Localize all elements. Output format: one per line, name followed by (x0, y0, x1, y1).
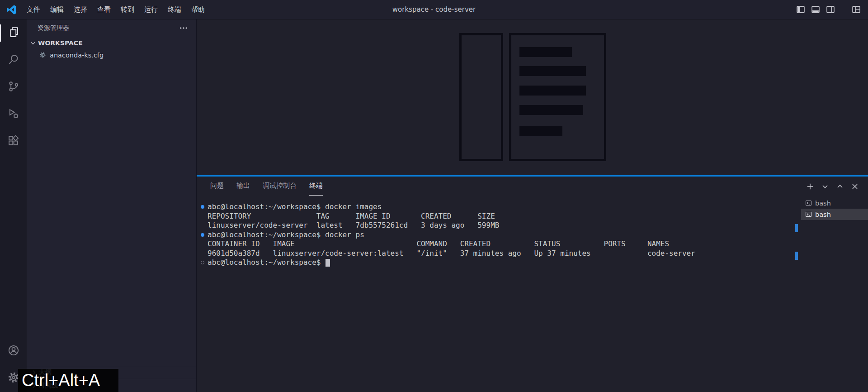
terminal-line: REPOSITORY TAG IMAGE ID CREATED SIZE (197, 212, 801, 221)
extensions-icon (7, 134, 20, 149)
files-icon (7, 26, 20, 40)
terminal-tab-label: bash (815, 200, 831, 207)
menu-item[interactable]: 查看 (92, 0, 116, 19)
terminal-icon (805, 200, 812, 206)
activity-bar-spacer (0, 155, 27, 338)
terminal-line: CONTAINER ID IMAGE COMMAND CREATED STATU… (197, 239, 801, 249)
watermark-bar (519, 47, 572, 57)
panel-body: abc@localhost:~/workspace$ docker images… (197, 196, 868, 392)
panel-tab[interactable]: 问题 (210, 177, 224, 196)
terminal-text: linuxserver/code-server latest 7db557526… (208, 221, 499, 230)
activity-bar (0, 19, 27, 392)
gear-icon (39, 52, 46, 58)
workbench-body: 资源管理器 WORKSPACE anaconda-ks.cfg 大纲时间线 (0, 19, 868, 392)
activity-bar-item-run-and-debug[interactable] (0, 101, 27, 128)
activity-bar-item-accounts[interactable] (0, 338, 27, 365)
workspace-section-header[interactable]: WORKSPACE (27, 37, 196, 49)
terminal-tab-bash[interactable]: bash (801, 209, 868, 220)
terminal-text: REPOSITORY TAG IMAGE ID CREATED SIZE (208, 212, 495, 221)
prompt-decoration-icon (201, 261, 204, 264)
explorer-title: 资源管理器 (38, 24, 69, 32)
new-terminal-icon[interactable] (806, 182, 814, 191)
command-decoration-icon (201, 205, 204, 209)
menu-item[interactable]: 帮助 (186, 0, 210, 19)
panel-actions (806, 182, 868, 191)
explorer-header: 资源管理器 (27, 19, 196, 37)
explorer-sidebar: 资源管理器 WORKSPACE anaconda-ks.cfg 大纲时间线 (27, 19, 197, 392)
chevron-down-icon (29, 39, 37, 47)
workspace-section-label: WORKSPACE (38, 39, 83, 47)
command-decoration-icon (201, 233, 204, 237)
terminal-line: linuxserver/code-server latest 7db557526… (197, 221, 801, 230)
menu-bar: 文件编辑选择查看转到运行终端帮助 (22, 0, 210, 19)
file-tree: anaconda-ks.cfg (27, 49, 196, 61)
maximize-panel-icon[interactable] (836, 182, 844, 191)
terminal-line: abc@localhost:~/workspace$ docker ps (197, 230, 801, 240)
activity-bar-item-source-control[interactable] (0, 74, 27, 101)
terminal-tab-label: bash (815, 211, 831, 218)
vscode-logo-icon (6, 4, 17, 15)
bottom-panel: 问题输出调试控制台终端 abc@localhost:~/workspace$ d… (197, 175, 868, 392)
hotkey-overlay: Ctrl+Alt+A (18, 369, 118, 392)
terminal-tab-bash[interactable]: bash (801, 197, 868, 209)
activity-bar-item-search[interactable] (0, 47, 27, 74)
panel-header: 问题输出调试控制台终端 (197, 177, 868, 196)
menu-item[interactable]: 文件 (22, 0, 45, 19)
customize-layout-icon[interactable] (852, 5, 861, 14)
terminal-text: abc@localhost:~/workspace$ (208, 258, 325, 268)
terminal-tabs-list: bashbash (801, 196, 868, 392)
toggle-sidebar-icon[interactable] (796, 5, 805, 14)
file-item-anaconda-ks.cfg[interactable]: anaconda-ks.cfg (27, 49, 196, 61)
terminal-text: abc@localhost:~/workspace$ docker images (208, 202, 382, 212)
watermark-bar (519, 126, 562, 136)
source-control-icon (7, 80, 20, 95)
terminal-line: abc@localhost:~/workspace$ docker images (197, 202, 801, 212)
terminal-text: 9601d50a387d linuxserver/code-server:lat… (208, 249, 695, 258)
menu-item[interactable]: 终端 (163, 0, 186, 19)
editor-and-panel: 问题输出调试控制台终端 abc@localhost:~/workspace$ d… (197, 19, 868, 392)
editor-watermark (459, 33, 606, 161)
toggle-secondary-sidebar-icon[interactable] (826, 5, 835, 14)
toggle-panel-icon[interactable] (811, 5, 820, 14)
account-icon (7, 344, 20, 359)
terminal-text: CONTAINER ID IMAGE COMMAND CREATED STATU… (208, 239, 669, 249)
menu-item[interactable]: 运行 (139, 0, 163, 19)
titlebar-layout-controls (796, 5, 868, 14)
file-name: anaconda-ks.cfg (50, 52, 104, 59)
watermark-bar (519, 105, 583, 115)
editor-area[interactable] (197, 19, 868, 175)
panel-tab[interactable]: 输出 (236, 177, 250, 196)
terminal-cursor (326, 259, 330, 267)
terminal-line: 9601d50a387d linuxserver/code-server:lat… (197, 249, 801, 258)
code-server-window: 文件编辑选择查看转到运行终端帮助 workspace - code-server… (0, 0, 868, 392)
activity-bar-item-explorer[interactable] (0, 19, 27, 47)
panel-tab[interactable]: 调试控制台 (263, 177, 297, 196)
watermark-left-pane (459, 33, 503, 161)
menu-item[interactable]: 选择 (69, 0, 92, 19)
watermark-bar (519, 66, 586, 76)
scrollbar-command-mark (795, 224, 798, 232)
launch-profile-icon[interactable] (821, 182, 829, 191)
scrollbar-command-mark (795, 252, 798, 260)
watermark-bar (519, 86, 586, 96)
activity-bar-top (0, 19, 27, 155)
more-actions-icon[interactable] (179, 24, 188, 33)
panel-tab[interactable]: 终端 (309, 177, 323, 196)
search-icon (7, 53, 20, 67)
menu-item[interactable]: 编辑 (45, 0, 69, 19)
terminal-line: abc@localhost:~/workspace$ (197, 258, 801, 268)
menu-item[interactable]: 转到 (116, 0, 139, 19)
terminal-text: abc@localhost:~/workspace$ docker ps (208, 230, 364, 240)
panel-tabs: 问题输出调试控制台终端 (210, 177, 335, 196)
run-debug-icon (7, 107, 20, 122)
close-panel-icon[interactable] (851, 182, 859, 191)
title-bar: 文件编辑选择查看转到运行终端帮助 workspace - code-server (0, 0, 868, 19)
terminal-viewport[interactable]: abc@localhost:~/workspace$ docker images… (197, 196, 801, 392)
terminal-icon (805, 211, 812, 218)
activity-bar-item-extensions[interactable] (0, 128, 27, 155)
